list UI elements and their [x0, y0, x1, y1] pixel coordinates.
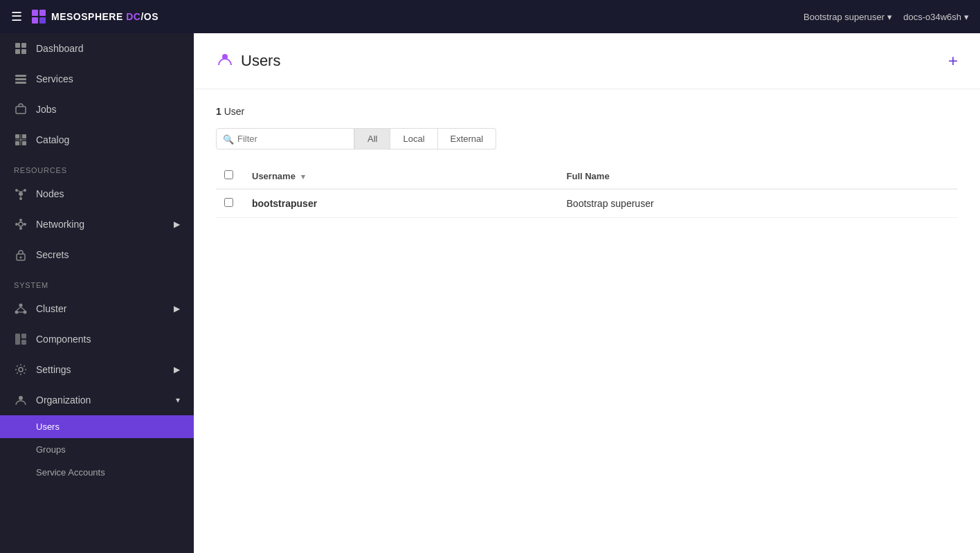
sidebar-sub-item-service-accounts[interactable]: Service Accounts: [0, 461, 194, 484]
dashboard-icon: [14, 42, 28, 55]
row-username: bootstrapuser: [244, 189, 559, 218]
sidebar-item-networking[interactable]: Networking ▶: [0, 209, 194, 239]
svg-rect-12: [15, 134, 19, 138]
services-label: Services: [36, 73, 73, 84]
svg-rect-5: [21, 43, 26, 48]
svg-point-26: [15, 223, 18, 226]
sidebar-item-jobs[interactable]: Jobs: [0, 94, 194, 125]
svg-rect-42: [15, 334, 20, 345]
secrets-icon: [14, 248, 28, 262]
topbar: ☰ MESOSPHERE DC/OS Bootstrap superuser ▾…: [0, 0, 980, 33]
chevron-down-icon: ▾: [887, 12, 892, 22]
jobs-icon: [14, 102, 28, 116]
table-header: Username ▾ Full Name: [216, 163, 958, 189]
svg-rect-2: [32, 17, 38, 24]
svg-point-29: [19, 227, 22, 230]
content-area: 1 User 🔍 All Local External: [194, 89, 980, 235]
services-icon: [14, 72, 28, 86]
os-text: /OS: [140, 11, 158, 22]
networking-icon: [14, 217, 28, 231]
components-icon: [14, 332, 28, 346]
settings-label: Settings: [36, 364, 71, 375]
svg-line-40: [21, 307, 25, 311]
fullname-col-label: Full Name: [567, 171, 610, 181]
user-menu[interactable]: Bootstrap superuser ▾: [804, 12, 892, 22]
hamburger-menu[interactable]: ☰: [11, 9, 22, 24]
layout: Dashboard Services Jobs Catalog Resource…: [0, 33, 980, 553]
main-content: Users + 1 User 🔍 All Local External: [194, 33, 980, 553]
sidebar-sub-item-groups[interactable]: Groups: [0, 438, 194, 461]
users-page-icon: [216, 50, 234, 72]
users-table: Username ▾ Full Name bootstrapuser: [216, 163, 958, 218]
search-icon: 🔍: [223, 134, 234, 144]
nodes-icon: [14, 187, 28, 201]
svg-point-46: [19, 396, 23, 400]
sidebar-item-catalog[interactable]: Catalog: [0, 125, 194, 155]
svg-line-39: [17, 307, 21, 311]
topbar-right: Bootstrap superuser ▾ docs-o34w6sh ▾: [804, 12, 969, 22]
svg-rect-10: [15, 82, 26, 84]
svg-point-25: [19, 222, 23, 226]
row-fullname: Bootstrap superuser: [559, 189, 958, 218]
table-row[interactable]: bootstrapuser Bootstrap superuser: [216, 189, 958, 218]
header-checkbox-col: [216, 163, 244, 189]
sidebar-item-cluster[interactable]: Cluster ▶: [0, 293, 194, 324]
resources-section-label: Resources: [0, 155, 194, 179]
svg-point-18: [19, 192, 23, 196]
filter-tab-local[interactable]: Local: [390, 128, 437, 149]
settings-icon: [14, 363, 28, 377]
svg-rect-44: [21, 340, 26, 345]
sidebar-item-organization[interactable]: Organization ▾: [0, 385, 194, 415]
networking-chevron-icon: ▶: [174, 219, 180, 229]
jobs-label: Jobs: [36, 104, 57, 115]
sidebar-item-nodes[interactable]: Nodes: [0, 179, 194, 209]
select-all-checkbox[interactable]: [224, 170, 233, 179]
service-accounts-sub-label: Service Accounts: [36, 467, 105, 478]
networking-label: Networking: [36, 219, 84, 230]
cluster-icon: [14, 302, 28, 316]
filter-input[interactable]: [216, 128, 354, 149]
dc-text: DC: [126, 11, 140, 22]
header-fullname: Full Name: [559, 163, 958, 189]
sidebar-item-components[interactable]: Components: [0, 324, 194, 354]
secrets-label: Secrets: [36, 249, 69, 260]
user-count-label: User: [224, 106, 245, 117]
svg-rect-11: [16, 107, 26, 114]
add-user-button[interactable]: +: [948, 51, 958, 71]
organization-icon: [14, 393, 28, 407]
settings-chevron-icon: ▶: [174, 365, 180, 374]
row-checkbox[interactable]: [224, 198, 233, 207]
page-header: Users +: [194, 33, 980, 89]
users-sub-label: Users: [36, 421, 60, 432]
cluster-name: docs-o34w6sh: [903, 12, 961, 22]
chevron-down-icon: ▾: [964, 12, 969, 22]
catalog-icon: [14, 133, 28, 147]
sidebar-item-secrets[interactable]: Secrets: [0, 239, 194, 270]
brand-text: MESOSPHERE: [51, 11, 123, 22]
nodes-label: Nodes: [36, 188, 64, 199]
sidebar: Dashboard Services Jobs Catalog Resource…: [0, 33, 194, 553]
filter-tab-all[interactable]: All: [354, 128, 390, 149]
svg-rect-3: [39, 17, 46, 24]
svg-point-28: [19, 219, 22, 221]
sidebar-item-services[interactable]: Services: [0, 64, 194, 94]
svg-rect-15: [22, 141, 26, 145]
svg-rect-8: [15, 75, 26, 77]
svg-rect-4: [15, 43, 20, 48]
user-count-number: 1: [216, 106, 221, 117]
svg-point-35: [20, 257, 22, 259]
sidebar-sub-item-users[interactable]: Users: [0, 415, 194, 438]
svg-point-36: [19, 304, 23, 307]
svg-point-21: [19, 197, 22, 200]
filter-tab-external[interactable]: External: [438, 128, 497, 149]
sidebar-item-settings[interactable]: Settings ▶: [0, 354, 194, 385]
cluster-menu[interactable]: docs-o34w6sh ▾: [903, 12, 969, 22]
svg-rect-9: [15, 78, 26, 80]
filter-bar: 🔍 All Local External: [216, 128, 958, 149]
cluster-chevron-icon: ▶: [174, 304, 180, 314]
svg-rect-0: [32, 10, 38, 16]
topbar-left: ☰ MESOSPHERE DC/OS: [11, 8, 158, 25]
row-checkbox-cell: [216, 189, 244, 218]
sidebar-item-dashboard[interactable]: Dashboard: [0, 33, 194, 64]
svg-point-45: [19, 368, 23, 372]
